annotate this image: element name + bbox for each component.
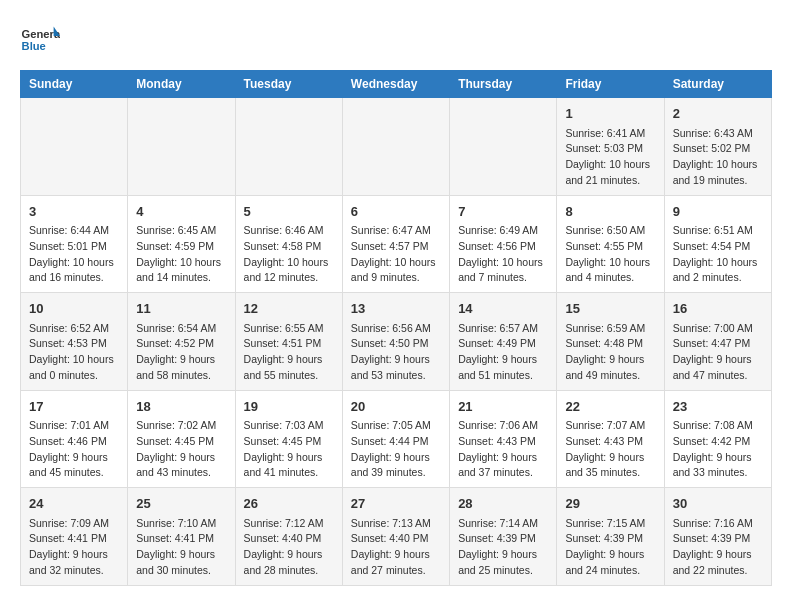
day-number: 19 [244,397,334,417]
day-info: Sunrise: 6:50 AM Sunset: 4:55 PM Dayligh… [565,223,655,286]
day-cell: 25Sunrise: 7:10 AM Sunset: 4:41 PM Dayli… [128,488,235,586]
day-cell: 28Sunrise: 7:14 AM Sunset: 4:39 PM Dayli… [450,488,557,586]
day-number: 16 [673,299,763,319]
day-number: 15 [565,299,655,319]
day-cell: 27Sunrise: 7:13 AM Sunset: 4:40 PM Dayli… [342,488,449,586]
day-number: 20 [351,397,441,417]
day-number: 26 [244,494,334,514]
day-cell: 30Sunrise: 7:16 AM Sunset: 4:39 PM Dayli… [664,488,771,586]
day-info: Sunrise: 6:54 AM Sunset: 4:52 PM Dayligh… [136,321,226,384]
day-number: 25 [136,494,226,514]
day-number: 23 [673,397,763,417]
header-day-monday: Monday [128,71,235,98]
day-cell [450,98,557,196]
day-cell [128,98,235,196]
day-info: Sunrise: 7:05 AM Sunset: 4:44 PM Dayligh… [351,418,441,481]
week-row-1: 1Sunrise: 6:41 AM Sunset: 5:03 PM Daylig… [21,98,772,196]
day-cell: 19Sunrise: 7:03 AM Sunset: 4:45 PM Dayli… [235,390,342,488]
day-info: Sunrise: 6:52 AM Sunset: 4:53 PM Dayligh… [29,321,119,384]
day-number: 9 [673,202,763,222]
day-cell: 14Sunrise: 6:57 AM Sunset: 4:49 PM Dayli… [450,293,557,391]
day-number: 5 [244,202,334,222]
header-day-friday: Friday [557,71,664,98]
day-cell [235,98,342,196]
day-info: Sunrise: 6:41 AM Sunset: 5:03 PM Dayligh… [565,126,655,189]
day-number: 11 [136,299,226,319]
logo: General Blue [20,20,60,60]
week-row-5: 24Sunrise: 7:09 AM Sunset: 4:41 PM Dayli… [21,488,772,586]
day-cell: 29Sunrise: 7:15 AM Sunset: 4:39 PM Dayli… [557,488,664,586]
day-info: Sunrise: 7:01 AM Sunset: 4:46 PM Dayligh… [29,418,119,481]
day-info: Sunrise: 7:14 AM Sunset: 4:39 PM Dayligh… [458,516,548,579]
day-number: 2 [673,104,763,124]
day-number: 28 [458,494,548,514]
day-cell: 24Sunrise: 7:09 AM Sunset: 4:41 PM Dayli… [21,488,128,586]
day-cell: 16Sunrise: 7:00 AM Sunset: 4:47 PM Dayli… [664,293,771,391]
day-number: 4 [136,202,226,222]
day-cell: 18Sunrise: 7:02 AM Sunset: 4:45 PM Dayli… [128,390,235,488]
day-cell: 2Sunrise: 6:43 AM Sunset: 5:02 PM Daylig… [664,98,771,196]
day-cell: 23Sunrise: 7:08 AM Sunset: 4:42 PM Dayli… [664,390,771,488]
day-number: 17 [29,397,119,417]
day-cell: 5Sunrise: 6:46 AM Sunset: 4:58 PM Daylig… [235,195,342,293]
week-row-2: 3Sunrise: 6:44 AM Sunset: 5:01 PM Daylig… [21,195,772,293]
day-cell: 20Sunrise: 7:05 AM Sunset: 4:44 PM Dayli… [342,390,449,488]
day-info: Sunrise: 7:15 AM Sunset: 4:39 PM Dayligh… [565,516,655,579]
day-number: 13 [351,299,441,319]
logo-icon: General Blue [20,20,60,60]
day-number: 8 [565,202,655,222]
day-info: Sunrise: 6:46 AM Sunset: 4:58 PM Dayligh… [244,223,334,286]
day-cell: 10Sunrise: 6:52 AM Sunset: 4:53 PM Dayli… [21,293,128,391]
day-cell: 9Sunrise: 6:51 AM Sunset: 4:54 PM Daylig… [664,195,771,293]
day-cell: 1Sunrise: 6:41 AM Sunset: 5:03 PM Daylig… [557,98,664,196]
header-day-sunday: Sunday [21,71,128,98]
day-number: 14 [458,299,548,319]
day-cell: 15Sunrise: 6:59 AM Sunset: 4:48 PM Dayli… [557,293,664,391]
day-number: 1 [565,104,655,124]
day-cell [342,98,449,196]
day-number: 27 [351,494,441,514]
day-info: Sunrise: 6:49 AM Sunset: 4:56 PM Dayligh… [458,223,548,286]
day-number: 18 [136,397,226,417]
day-info: Sunrise: 7:06 AM Sunset: 4:43 PM Dayligh… [458,418,548,481]
day-info: Sunrise: 7:13 AM Sunset: 4:40 PM Dayligh… [351,516,441,579]
day-info: Sunrise: 7:09 AM Sunset: 4:41 PM Dayligh… [29,516,119,579]
day-number: 6 [351,202,441,222]
header-day-tuesday: Tuesday [235,71,342,98]
day-number: 22 [565,397,655,417]
day-info: Sunrise: 7:12 AM Sunset: 4:40 PM Dayligh… [244,516,334,579]
day-info: Sunrise: 6:44 AM Sunset: 5:01 PM Dayligh… [29,223,119,286]
week-row-4: 17Sunrise: 7:01 AM Sunset: 4:46 PM Dayli… [21,390,772,488]
day-info: Sunrise: 6:47 AM Sunset: 4:57 PM Dayligh… [351,223,441,286]
day-cell: 22Sunrise: 7:07 AM Sunset: 4:43 PM Dayli… [557,390,664,488]
day-info: Sunrise: 7:02 AM Sunset: 4:45 PM Dayligh… [136,418,226,481]
day-info: Sunrise: 6:56 AM Sunset: 4:50 PM Dayligh… [351,321,441,384]
day-cell: 11Sunrise: 6:54 AM Sunset: 4:52 PM Dayli… [128,293,235,391]
day-info: Sunrise: 6:55 AM Sunset: 4:51 PM Dayligh… [244,321,334,384]
day-number: 21 [458,397,548,417]
day-cell: 4Sunrise: 6:45 AM Sunset: 4:59 PM Daylig… [128,195,235,293]
day-cell [21,98,128,196]
page-header: General Blue [20,20,772,60]
day-number: 10 [29,299,119,319]
header-day-wednesday: Wednesday [342,71,449,98]
header-day-saturday: Saturday [664,71,771,98]
day-cell: 13Sunrise: 6:56 AM Sunset: 4:50 PM Dayli… [342,293,449,391]
day-cell: 26Sunrise: 7:12 AM Sunset: 4:40 PM Dayli… [235,488,342,586]
day-info: Sunrise: 7:10 AM Sunset: 4:41 PM Dayligh… [136,516,226,579]
day-cell: 21Sunrise: 7:06 AM Sunset: 4:43 PM Dayli… [450,390,557,488]
day-cell: 7Sunrise: 6:49 AM Sunset: 4:56 PM Daylig… [450,195,557,293]
day-cell: 8Sunrise: 6:50 AM Sunset: 4:55 PM Daylig… [557,195,664,293]
header-day-thursday: Thursday [450,71,557,98]
day-info: Sunrise: 6:43 AM Sunset: 5:02 PM Dayligh… [673,126,763,189]
day-number: 30 [673,494,763,514]
day-info: Sunrise: 7:16 AM Sunset: 4:39 PM Dayligh… [673,516,763,579]
day-cell: 12Sunrise: 6:55 AM Sunset: 4:51 PM Dayli… [235,293,342,391]
day-info: Sunrise: 7:08 AM Sunset: 4:42 PM Dayligh… [673,418,763,481]
day-cell: 17Sunrise: 7:01 AM Sunset: 4:46 PM Dayli… [21,390,128,488]
day-number: 24 [29,494,119,514]
day-info: Sunrise: 6:51 AM Sunset: 4:54 PM Dayligh… [673,223,763,286]
day-info: Sunrise: 7:03 AM Sunset: 4:45 PM Dayligh… [244,418,334,481]
day-cell: 3Sunrise: 6:44 AM Sunset: 5:01 PM Daylig… [21,195,128,293]
week-row-3: 10Sunrise: 6:52 AM Sunset: 4:53 PM Dayli… [21,293,772,391]
